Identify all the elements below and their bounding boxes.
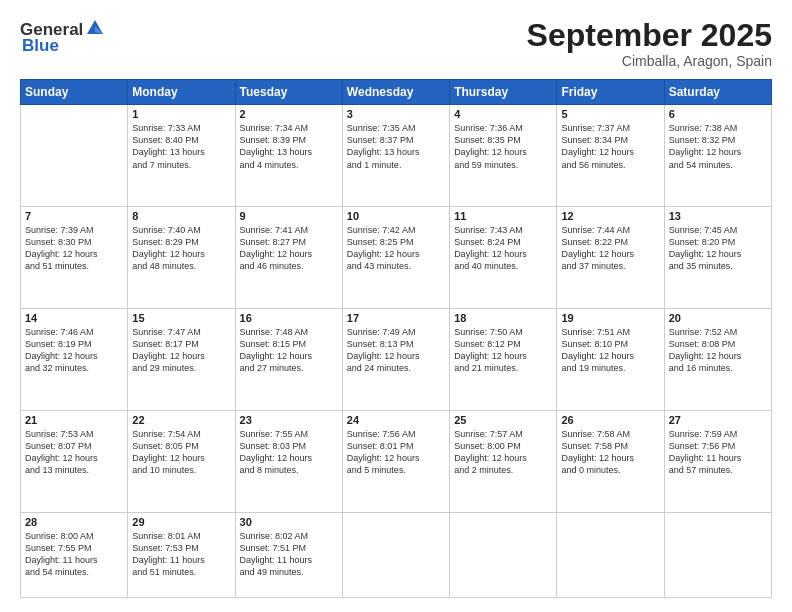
cell-info: Sunrise: 7:54 AMSunset: 8:05 PMDaylight:… [132,428,230,477]
cell-info: Sunrise: 7:41 AMSunset: 8:27 PMDaylight:… [240,224,338,273]
day-number: 10 [347,210,445,222]
calendar-header-row: SundayMondayTuesdayWednesdayThursdayFrid… [21,80,772,105]
cell-info: Sunrise: 8:02 AMSunset: 7:51 PMDaylight:… [240,530,338,579]
logo-icon [85,18,105,38]
calendar-cell: 16Sunrise: 7:48 AMSunset: 8:15 PMDayligh… [235,308,342,410]
day-number: 27 [669,414,767,426]
day-number: 29 [132,516,230,528]
calendar-cell: 18Sunrise: 7:50 AMSunset: 8:12 PMDayligh… [450,308,557,410]
day-number: 24 [347,414,445,426]
calendar-page: General Blue September 2025 Cimballa, Ar… [0,0,792,612]
cell-info: Sunrise: 7:55 AMSunset: 8:03 PMDaylight:… [240,428,338,477]
day-of-week-header: Monday [128,80,235,105]
calendar-cell: 30Sunrise: 8:02 AMSunset: 7:51 PMDayligh… [235,512,342,597]
cell-info: Sunrise: 7:43 AMSunset: 8:24 PMDaylight:… [454,224,552,273]
calendar-cell [21,105,128,207]
day-number: 6 [669,108,767,120]
calendar-cell: 19Sunrise: 7:51 AMSunset: 8:10 PMDayligh… [557,308,664,410]
day-of-week-header: Tuesday [235,80,342,105]
cell-info: Sunrise: 7:39 AMSunset: 8:30 PMDaylight:… [25,224,123,273]
day-number: 22 [132,414,230,426]
calendar-cell: 5Sunrise: 7:37 AMSunset: 8:34 PMDaylight… [557,105,664,207]
month-title: September 2025 [527,18,772,53]
calendar-cell: 21Sunrise: 7:53 AMSunset: 8:07 PMDayligh… [21,410,128,512]
cell-info: Sunrise: 7:46 AMSunset: 8:19 PMDaylight:… [25,326,123,375]
day-number: 8 [132,210,230,222]
day-number: 17 [347,312,445,324]
calendar-cell: 2Sunrise: 7:34 AMSunset: 8:39 PMDaylight… [235,105,342,207]
day-number: 28 [25,516,123,528]
calendar-cell: 1Sunrise: 7:33 AMSunset: 8:40 PMDaylight… [128,105,235,207]
calendar-cell: 9Sunrise: 7:41 AMSunset: 8:27 PMDaylight… [235,207,342,309]
calendar-cell: 13Sunrise: 7:45 AMSunset: 8:20 PMDayligh… [664,207,771,309]
cell-info: Sunrise: 7:45 AMSunset: 8:20 PMDaylight:… [669,224,767,273]
calendar-cell: 12Sunrise: 7:44 AMSunset: 8:22 PMDayligh… [557,207,664,309]
cell-info: Sunrise: 7:56 AMSunset: 8:01 PMDaylight:… [347,428,445,477]
logo: General Blue [20,18,105,56]
logo-blue-text: Blue [22,36,59,56]
cell-info: Sunrise: 7:57 AMSunset: 8:00 PMDaylight:… [454,428,552,477]
cell-info: Sunrise: 7:37 AMSunset: 8:34 PMDaylight:… [561,122,659,171]
calendar-cell: 20Sunrise: 7:52 AMSunset: 8:08 PMDayligh… [664,308,771,410]
cell-info: Sunrise: 7:33 AMSunset: 8:40 PMDaylight:… [132,122,230,171]
day-number: 13 [669,210,767,222]
calendar-cell: 27Sunrise: 7:59 AMSunset: 7:56 PMDayligh… [664,410,771,512]
day-number: 16 [240,312,338,324]
day-number: 18 [454,312,552,324]
calendar-cell [664,512,771,597]
day-number: 12 [561,210,659,222]
calendar-cell: 22Sunrise: 7:54 AMSunset: 8:05 PMDayligh… [128,410,235,512]
day-number: 9 [240,210,338,222]
calendar-cell: 3Sunrise: 7:35 AMSunset: 8:37 PMDaylight… [342,105,449,207]
day-number: 1 [132,108,230,120]
calendar-cell: 28Sunrise: 8:00 AMSunset: 7:55 PMDayligh… [21,512,128,597]
calendar-cell: 24Sunrise: 7:56 AMSunset: 8:01 PMDayligh… [342,410,449,512]
calendar-cell: 6Sunrise: 7:38 AMSunset: 8:32 PMDaylight… [664,105,771,207]
calendar-cell: 29Sunrise: 8:01 AMSunset: 7:53 PMDayligh… [128,512,235,597]
day-number: 25 [454,414,552,426]
calendar-cell: 26Sunrise: 7:58 AMSunset: 7:58 PMDayligh… [557,410,664,512]
location-subtitle: Cimballa, Aragon, Spain [527,53,772,69]
day-number: 15 [132,312,230,324]
day-of-week-header: Wednesday [342,80,449,105]
calendar-table: SundayMondayTuesdayWednesdayThursdayFrid… [20,79,772,598]
day-number: 30 [240,516,338,528]
calendar-cell: 10Sunrise: 7:42 AMSunset: 8:25 PMDayligh… [342,207,449,309]
cell-info: Sunrise: 7:40 AMSunset: 8:29 PMDaylight:… [132,224,230,273]
cell-info: Sunrise: 7:49 AMSunset: 8:13 PMDaylight:… [347,326,445,375]
cell-info: Sunrise: 7:35 AMSunset: 8:37 PMDaylight:… [347,122,445,171]
cell-info: Sunrise: 7:59 AMSunset: 7:56 PMDaylight:… [669,428,767,477]
header: General Blue September 2025 Cimballa, Ar… [20,18,772,69]
cell-info: Sunrise: 7:34 AMSunset: 8:39 PMDaylight:… [240,122,338,171]
calendar-cell [342,512,449,597]
day-of-week-header: Sunday [21,80,128,105]
calendar-cell: 8Sunrise: 7:40 AMSunset: 8:29 PMDaylight… [128,207,235,309]
day-number: 11 [454,210,552,222]
calendar-cell: 23Sunrise: 7:55 AMSunset: 8:03 PMDayligh… [235,410,342,512]
cell-info: Sunrise: 8:01 AMSunset: 7:53 PMDaylight:… [132,530,230,579]
calendar-cell [557,512,664,597]
cell-info: Sunrise: 7:52 AMSunset: 8:08 PMDaylight:… [669,326,767,375]
calendar-cell: 17Sunrise: 7:49 AMSunset: 8:13 PMDayligh… [342,308,449,410]
cell-info: Sunrise: 7:44 AMSunset: 8:22 PMDaylight:… [561,224,659,273]
day-of-week-header: Saturday [664,80,771,105]
calendar-cell: 7Sunrise: 7:39 AMSunset: 8:30 PMDaylight… [21,207,128,309]
cell-info: Sunrise: 7:47 AMSunset: 8:17 PMDaylight:… [132,326,230,375]
calendar-cell: 15Sunrise: 7:47 AMSunset: 8:17 PMDayligh… [128,308,235,410]
day-of-week-header: Friday [557,80,664,105]
title-block: September 2025 Cimballa, Aragon, Spain [527,18,772,69]
calendar-cell [450,512,557,597]
day-number: 4 [454,108,552,120]
day-number: 19 [561,312,659,324]
cell-info: Sunrise: 7:51 AMSunset: 8:10 PMDaylight:… [561,326,659,375]
cell-info: Sunrise: 8:00 AMSunset: 7:55 PMDaylight:… [25,530,123,579]
cell-info: Sunrise: 7:36 AMSunset: 8:35 PMDaylight:… [454,122,552,171]
cell-info: Sunrise: 7:53 AMSunset: 8:07 PMDaylight:… [25,428,123,477]
cell-info: Sunrise: 7:58 AMSunset: 7:58 PMDaylight:… [561,428,659,477]
day-number: 3 [347,108,445,120]
day-number: 21 [25,414,123,426]
day-number: 2 [240,108,338,120]
day-of-week-header: Thursday [450,80,557,105]
day-number: 26 [561,414,659,426]
day-number: 20 [669,312,767,324]
